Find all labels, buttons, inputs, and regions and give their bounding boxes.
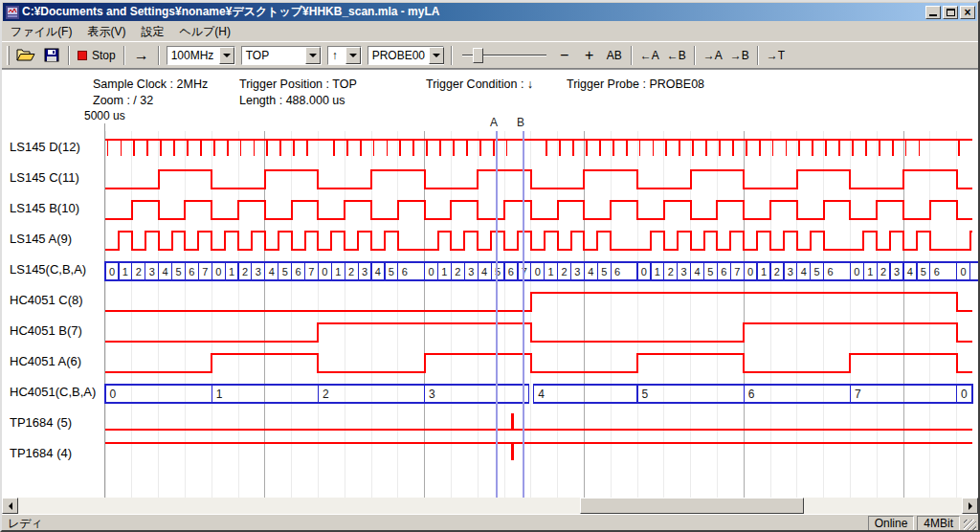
channel-wave-9: [105, 413, 972, 430]
trigger-edge-value: ↑: [328, 47, 345, 64]
goto-a-left-button[interactable]: ←A: [636, 45, 663, 66]
svg-text:1: 1: [441, 266, 447, 277]
menu-settings[interactable]: 設定: [133, 21, 171, 43]
trigger-edge-dropdown-button[interactable]: [345, 47, 361, 64]
svg-text:4: 4: [163, 266, 168, 277]
horizontal-scrollbar: [2, 498, 978, 514]
toolbar-separator: [158, 46, 160, 65]
svg-text:7: 7: [855, 388, 861, 401]
svg-text:5: 5: [921, 266, 926, 277]
zoom-slider-handle[interactable]: [473, 48, 483, 63]
chevron-down-icon: [433, 54, 440, 57]
toolbar-separator: [451, 46, 453, 65]
zoom-in-button[interactable]: +: [577, 45, 602, 66]
channel-wave-1: [105, 170, 972, 188]
svg-text:7: 7: [202, 266, 208, 277]
run-button[interactable]: →: [129, 45, 154, 66]
sample-clock-dropdown-button[interactable]: [219, 47, 234, 64]
toolbar-grip: [7, 46, 10, 65]
status-bar: レディ Online 4MBit: [2, 514, 978, 532]
menu-view[interactable]: 表示(V): [79, 21, 133, 43]
trigger-edge-combo[interactable]: ↑: [327, 46, 362, 65]
trigger-position-dropdown-button[interactable]: [305, 47, 321, 64]
trigger-probe-combo[interactable]: PROBE00: [368, 46, 444, 65]
stop-label: Stop: [92, 49, 116, 62]
svg-text:1: 1: [655, 266, 660, 277]
svg-text:0: 0: [535, 266, 541, 277]
status-message: レディ: [4, 515, 865, 532]
scrollbar-thumb[interactable]: [580, 498, 804, 514]
open-button[interactable]: [12, 45, 39, 66]
svg-text:0: 0: [641, 266, 647, 277]
svg-text:6: 6: [295, 266, 301, 277]
svg-text:3: 3: [788, 266, 793, 277]
menu-file[interactable]: ファイル(F): [3, 21, 79, 43]
svg-text:3: 3: [429, 388, 435, 401]
goto-a-right-button[interactable]: →A: [700, 45, 726, 66]
svg-text:2: 2: [668, 266, 674, 277]
scrollbar-track[interactable]: [18, 498, 962, 514]
svg-text:6: 6: [748, 388, 755, 401]
svg-text:1: 1: [548, 266, 554, 277]
trigger-position-combo[interactable]: TOP: [241, 46, 322, 65]
svg-text:1: 1: [229, 266, 234, 277]
app-window: C:¥Documents and Settings¥noname¥デスクトップ¥…: [0, 0, 980, 532]
toolbar-separator: [68, 46, 70, 65]
svg-text:4: 4: [694, 266, 700, 277]
trigger-probe-dropdown-button[interactable]: [429, 47, 444, 64]
goto-b-right-button[interactable]: →B: [726, 45, 753, 66]
chevron-down-icon: [223, 54, 231, 57]
svg-text:6: 6: [614, 266, 620, 277]
svg-text:0: 0: [961, 388, 968, 401]
toolbar-separator: [694, 46, 696, 65]
svg-text:3: 3: [362, 266, 368, 277]
goto-b-left-button[interactable]: ←B: [663, 45, 690, 66]
chevron-down-icon: [309, 54, 317, 57]
goto-trigger-button[interactable]: →T: [763, 45, 789, 66]
resize-grip[interactable]: [964, 520, 976, 532]
stop-icon: [78, 51, 87, 60]
arrow-left-icon: [9, 502, 12, 510]
scroll-right-button[interactable]: [962, 498, 978, 514]
save-button[interactable]: [39, 45, 64, 66]
svg-text:4: 4: [269, 266, 275, 277]
svg-text:6: 6: [508, 266, 514, 277]
zoom-out-button[interactable]: −: [552, 45, 577, 66]
svg-text:3: 3: [468, 266, 474, 277]
online-badge: Online: [868, 516, 915, 531]
svg-text:1: 1: [122, 266, 128, 277]
menu-help[interactable]: ヘルプ(H): [171, 21, 238, 43]
channel-wave-7: [105, 354, 972, 372]
svg-text:0: 0: [428, 266, 434, 277]
waveform-client: Sample Clock : 2MHz Trigger Position : T…: [2, 69, 978, 498]
channel-wave-10: [105, 443, 972, 460]
zoom-ab-button[interactable]: AB: [602, 45, 627, 66]
svg-text:5: 5: [282, 266, 288, 277]
svg-text:1: 1: [335, 266, 341, 277]
svg-text:1: 1: [216, 388, 223, 401]
svg-text:7: 7: [308, 266, 314, 277]
svg-text:7: 7: [734, 266, 740, 277]
svg-text:3: 3: [574, 266, 580, 277]
toolbar-separator: [631, 46, 633, 65]
marker-a-label[interactable]: A: [487, 116, 501, 129]
svg-text:2: 2: [774, 266, 780, 277]
svg-text:0: 0: [109, 266, 115, 277]
svg-text:2: 2: [242, 266, 248, 277]
marker-b-label[interactable]: B: [514, 116, 527, 129]
svg-text:4: 4: [588, 266, 593, 277]
svg-text:6: 6: [934, 266, 940, 277]
close-button[interactable]: ×: [960, 6, 975, 19]
toolbar: Stop → 100MHz TOP ↑ PROBE00 − + AB ←A: [2, 41, 978, 69]
title-bar: C:¥Documents and Settings¥noname¥デスクトップ¥…: [3, 3, 977, 21]
scroll-left-button[interactable]: [2, 498, 18, 514]
stop-button[interactable]: Stop: [74, 45, 120, 66]
svg-text:0: 0: [960, 266, 966, 277]
minimize-button[interactable]: [925, 6, 941, 19]
zoom-slider[interactable]: [460, 46, 548, 65]
maximize-button[interactable]: [943, 6, 958, 19]
waveform-svg[interactable]: 0123456701234567012345601234567012345601…: [2, 70, 978, 498]
sample-clock-combo[interactable]: 100MHz: [167, 46, 235, 65]
svg-text:2: 2: [455, 266, 460, 277]
svg-text:6: 6: [189, 266, 194, 277]
